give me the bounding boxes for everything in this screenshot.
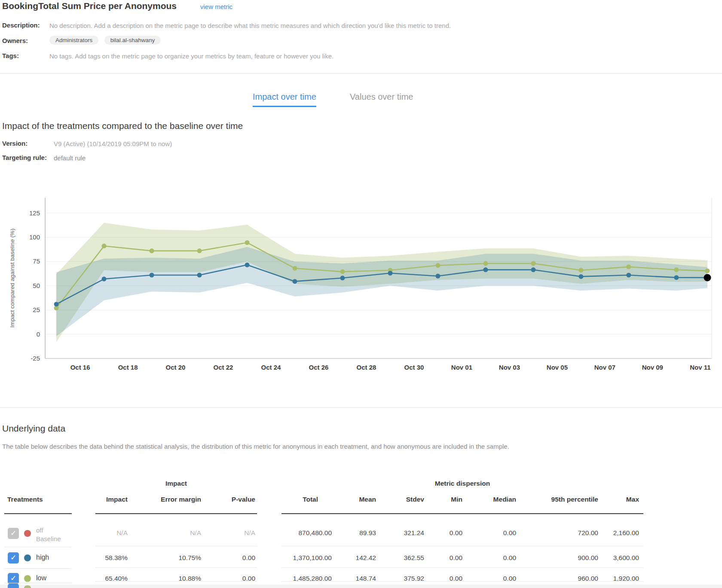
- svg-text:-25: -25: [31, 355, 40, 362]
- treatment-high-checkbox[interactable]: ✓: [8, 552, 19, 564]
- svg-text:Nov 07: Nov 07: [594, 364, 615, 371]
- treatments-header: Treatments: [7, 496, 43, 503]
- cell-off-median: 0.00: [465, 529, 516, 537]
- svg-text:Nov 11: Nov 11: [690, 364, 710, 371]
- svg-text:Oct 24: Oct 24: [261, 364, 281, 371]
- tab-values-over-time[interactable]: Values over time: [350, 92, 413, 106]
- treatment-high-dot-icon: [24, 554, 31, 561]
- svg-text:Nov 09: Nov 09: [642, 364, 663, 371]
- col-total: Total: [258, 496, 318, 503]
- svg-text:75: 75: [33, 257, 40, 265]
- page-title: BookingTotal Sum Price per Anonymous: [2, 1, 177, 11]
- version-value: V9 (Active) (10/14/2019 05:09PM to now): [54, 140, 172, 147]
- tags-label: Tags:: [2, 52, 19, 59]
- treatment-high-label: high: [36, 554, 49, 561]
- impact-underline: [95, 513, 257, 514]
- cell-off-error: N/A: [150, 529, 201, 537]
- svg-text:Nov 01: Nov 01: [451, 364, 472, 371]
- col-min: Min: [411, 496, 462, 503]
- version-label: Version:: [2, 140, 28, 147]
- cell-off-max: 2,160.00: [587, 529, 639, 537]
- partial-checkbox[interactable]: [8, 584, 19, 588]
- underlying-data-description: The table below describes the data behin…: [2, 443, 647, 450]
- svg-text:125: 125: [29, 209, 40, 217]
- treatments-underline: [4, 513, 72, 514]
- treatment-off-checkbox[interactable]: ✓: [8, 528, 19, 539]
- cell-high-impact: 58.38%: [76, 554, 128, 562]
- description-label: Description:: [2, 21, 40, 29]
- svg-text:50: 50: [33, 282, 40, 289]
- owners-chips: Administrators bilal.al-shahwany: [49, 36, 165, 45]
- svg-text:Oct 18: Oct 18: [118, 364, 138, 371]
- targeting-rule-value: default rule: [54, 154, 86, 162]
- cell-off-total: 870,480.00: [263, 529, 332, 537]
- tab-impact-over-time[interactable]: Impact over time: [253, 92, 316, 107]
- underlying-data-heading: Underlying data: [2, 423, 65, 434]
- svg-text:Oct 26: Oct 26: [309, 364, 329, 371]
- header-divider: [0, 73, 722, 74]
- cell-off-impact: N/A: [76, 529, 128, 537]
- dispersion-group-header: Metric dispersion: [281, 480, 643, 487]
- impact-section-heading: Impact of the treatments compared to the…: [2, 121, 243, 131]
- treatment-low-dot-icon: [24, 575, 31, 582]
- dispersion-underline: [281, 513, 643, 514]
- metric-details-page: BookingTotal Sum Price per Anonymous vie…: [0, 0, 722, 588]
- cell-off-mean: 89.93: [324, 529, 376, 537]
- impact-group-header: Impact: [95, 480, 257, 487]
- partial-next-row: [0, 585, 722, 588]
- owner-chip: bilal.al-shahwany: [104, 36, 161, 45]
- owners-label: Owners:: [2, 37, 28, 44]
- svg-text:Oct 16: Oct 16: [70, 364, 90, 371]
- col-error-margin: Error margin: [150, 496, 201, 503]
- svg-text:Oct 20: Oct 20: [166, 364, 186, 371]
- col-impact: Impact: [76, 496, 128, 503]
- tags-value: No tags. Add tags on the metric page to …: [49, 52, 333, 60]
- owner-chip: Administrators: [49, 36, 98, 45]
- cell-high-pvalue: 0.00: [204, 554, 255, 562]
- svg-text:Impact compared against baseli: Impact compared against baseline (%): [9, 229, 15, 328]
- cell-off-min: 0.00: [411, 529, 462, 537]
- impact-over-time-chart: -250255075100125Impact compared against …: [0, 189, 722, 374]
- col-max: Max: [587, 496, 639, 503]
- svg-text:Oct 30: Oct 30: [404, 364, 424, 371]
- description-value: No description. Add a description on the…: [49, 22, 451, 29]
- svg-text:0: 0: [37, 331, 40, 338]
- cell-high-max: 3,600.00: [587, 554, 639, 562]
- svg-text:100: 100: [29, 233, 40, 241]
- svg-text:Oct 28: Oct 28: [357, 364, 376, 371]
- svg-text:Nov 03: Nov 03: [499, 364, 520, 371]
- svg-text:Oct 22: Oct 22: [214, 364, 233, 371]
- targeting-rule-label: Targeting rule:: [2, 154, 47, 161]
- chart-divider: [0, 407, 722, 408]
- col-p-value: P-value: [204, 496, 255, 503]
- svg-text:25: 25: [33, 306, 40, 313]
- partial-dot-icon: [24, 585, 31, 588]
- col-median: Median: [465, 496, 516, 503]
- cell-high-error: 10.75%: [150, 554, 201, 562]
- treatment-off-label: off Baseline: [36, 526, 61, 543]
- cell-high-median: 0.00: [465, 554, 516, 562]
- cell-high-mean: 142.42: [324, 554, 376, 562]
- cell-high-total: 1,370,100.00: [263, 554, 332, 562]
- view-metric-link[interactable]: view metric: [200, 3, 233, 10]
- cell-off-pvalue: N/A: [204, 529, 255, 537]
- col-mean: Mean: [324, 496, 376, 503]
- treatment-low-label: low: [36, 574, 46, 582]
- svg-text:Nov 05: Nov 05: [547, 364, 568, 371]
- treatment-off-dot-icon: [24, 530, 31, 537]
- cell-high-min: 0.00: [411, 554, 462, 562]
